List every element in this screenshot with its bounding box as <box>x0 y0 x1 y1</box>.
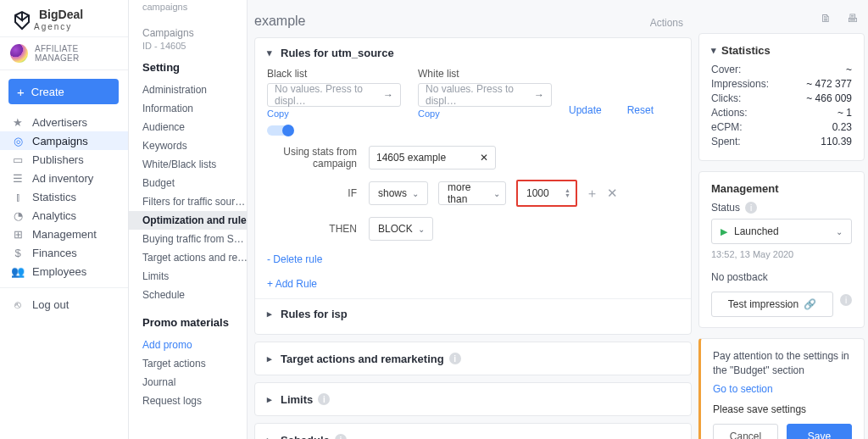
alert-card: Pay attention to the settings in the "Bu… <box>698 338 865 439</box>
add-condition-icon[interactable]: ＋ <box>586 186 598 202</box>
rules-isp-title: Rules for isp <box>281 308 348 320</box>
info-icon: i <box>745 202 757 214</box>
add-rule-link[interactable]: + Add Rule <box>267 278 317 290</box>
nav-management[interactable]: ⊞ Management <box>0 225 128 243</box>
settings-item-audience[interactable]: Audience <box>129 118 247 136</box>
if-label: IF <box>267 187 369 199</box>
number-stepper[interactable]: ▲▼ <box>565 188 570 198</box>
remove-condition-icon[interactable]: ✕ <box>607 186 618 201</box>
nav-ad-inventory[interactable]: ☰ Ad inventory <box>0 169 128 187</box>
copy-blacklist-link[interactable]: Copy <box>267 108 289 119</box>
settings-item-target-actions[interactable]: Target actions and re… <box>129 248 247 267</box>
caret-right-icon: ▸ <box>267 353 272 364</box>
stat-key: Spent: <box>711 136 741 147</box>
status-value: Launched <box>734 225 779 237</box>
blacklist-select[interactable]: No values. Press to displ… → <box>267 83 401 107</box>
if-metric-select[interactable]: shows ⌄ <box>369 181 428 205</box>
rect-icon: ▭ <box>10 153 25 166</box>
if-value-input[interactable]: 1000 ▲▼ <box>516 180 577 207</box>
settings-item-white-black[interactable]: White/Black lists <box>129 155 247 174</box>
settings-item-limits[interactable]: Limits <box>129 267 247 286</box>
caret-down-icon: ▾ <box>711 45 716 56</box>
clear-campaign-icon[interactable]: ✕ <box>480 152 488 164</box>
blacklist-label: Black list <box>267 68 401 80</box>
nav-logout[interactable]: ⎋ Log out <box>0 295 128 314</box>
chevron-down-icon: ⌄ <box>836 227 843 236</box>
if-value: 1000 <box>526 187 549 199</box>
then-action-select[interactable]: BLOCK ⌄ <box>369 217 433 241</box>
nav-employees[interactable]: 👥 Employees <box>0 262 128 281</box>
status-select[interactable]: ▶ Launched ⌄ <box>711 219 852 244</box>
nav-label: Analytics <box>32 209 76 222</box>
settings-item-buying[interactable]: Buying traffic from S… <box>129 230 247 248</box>
main-area: example Actions ▾ Rules for utm_source B… <box>248 0 695 439</box>
nav-statistics[interactable]: ⫿ Statistics <box>0 187 128 206</box>
rules-isp-header[interactable]: ▸ Rules for isp <box>267 308 679 320</box>
status-timestamp: 13:52, 13 May 2020 <box>711 249 852 259</box>
document-icon[interactable]: 🗎 <box>821 12 832 25</box>
nav-label: Statistics <box>32 191 76 203</box>
nav-publishers[interactable]: ▭ Publishers <box>0 150 128 169</box>
create-button[interactable]: + Create <box>8 79 119 104</box>
campaign-select[interactable]: 14605 example ✕ <box>369 146 496 169</box>
settings-item-schedule[interactable]: Schedule <box>129 286 247 304</box>
save-button[interactable]: Save <box>787 424 852 439</box>
panel-limits[interactable]: ▸ Limits i <box>254 382 692 416</box>
copy-whitelist-link[interactable]: Copy <box>418 108 440 119</box>
breadcrumb[interactable]: campaigns <box>142 2 247 12</box>
arrow-right-icon: → <box>534 89 544 101</box>
chevron-down-icon: ⌄ <box>412 189 419 198</box>
print-icon[interactable]: 🖶 <box>847 12 858 25</box>
if-operator-select[interactable]: more than ⌄ <box>438 181 506 205</box>
stat-val: ~ 472 377 <box>806 78 852 90</box>
info-icon[interactable]: i <box>840 294 852 306</box>
settings-item-administration[interactable]: Administration <box>129 81 247 99</box>
settings-subnav: campaigns Campaigns ID - 14605 Setting A… <box>129 0 248 439</box>
rule-toggle[interactable] <box>267 125 292 136</box>
panel-label: Schedule <box>281 434 330 440</box>
management-card: Management Status i ▶ Launched ⌄ 13:52, … <box>698 171 865 328</box>
reset-link[interactable]: Reset <box>627 104 654 116</box>
whitelist-select[interactable]: No values. Press to displ… → <box>418 83 552 107</box>
extra-journal[interactable]: Journal <box>129 373 247 392</box>
panel-label: Target actions and remarketing <box>281 353 444 365</box>
caret-right-icon: ▸ <box>267 308 272 320</box>
cancel-button[interactable]: Cancel <box>713 424 778 439</box>
nav-campaigns[interactable]: ◎ Campaigns <box>0 131 128 150</box>
go-to-section-link[interactable]: Go to section <box>713 383 773 395</box>
stat-key: Actions: <box>711 107 748 119</box>
page-title: example <box>254 14 305 29</box>
update-link[interactable]: Update <box>569 104 602 116</box>
test-impression-button[interactable]: Test impression 🔗 <box>711 292 833 317</box>
whitelist-placeholder: No values. Press to displ… <box>426 83 534 107</box>
panel-target-actions[interactable]: ▸ Target actions and remarketing i <box>254 342 692 375</box>
delete-rule-link[interactable]: - Delete rule <box>267 253 322 265</box>
then-action-value: BLOCK <box>378 223 413 235</box>
nav-analytics[interactable]: ◔ Analytics <box>0 206 128 225</box>
nav-label: Employees <box>32 265 86 278</box>
plus-icon: + <box>17 85 25 99</box>
extra-target-actions[interactable]: Target actions <box>129 354 247 373</box>
user-block[interactable]: AFFILIATE MANAGER <box>0 36 128 70</box>
stat-key: Impressions: <box>711 78 769 90</box>
campaign-group-title: Campaigns <box>142 27 247 39</box>
extra-request-logs[interactable]: Request logs <box>129 392 247 410</box>
rules-header[interactable]: ▾ Rules for utm_source <box>267 47 679 59</box>
rules-title: Rules for utm_source <box>281 47 394 59</box>
add-promo-link[interactable]: Add promo <box>129 336 247 354</box>
stat-val: ~ <box>846 64 852 75</box>
settings-item-keywords[interactable]: Keywords <box>129 136 247 155</box>
settings-item-optimization[interactable]: Optimization and rules <box>129 211 247 230</box>
then-label: THEN <box>267 223 369 235</box>
nav-label: Finances <box>32 247 77 259</box>
settings-item-budget[interactable]: Budget <box>129 174 247 192</box>
settings-heading: Setting <box>142 61 247 74</box>
settings-item-information[interactable]: Information <box>129 99 247 118</box>
stat-key: Cover: <box>711 64 741 75</box>
settings-item-filters[interactable]: Filters for traffic sour… <box>129 192 247 211</box>
panel-schedule[interactable]: ▸ Schedule i <box>254 423 692 439</box>
nav-finances[interactable]: $ Finances <box>0 243 128 262</box>
actions-menu[interactable]: Actions <box>650 17 683 29</box>
nav-advertisers[interactable]: ★ Advertisers <box>0 113 128 131</box>
target-icon: ◎ <box>10 135 25 147</box>
